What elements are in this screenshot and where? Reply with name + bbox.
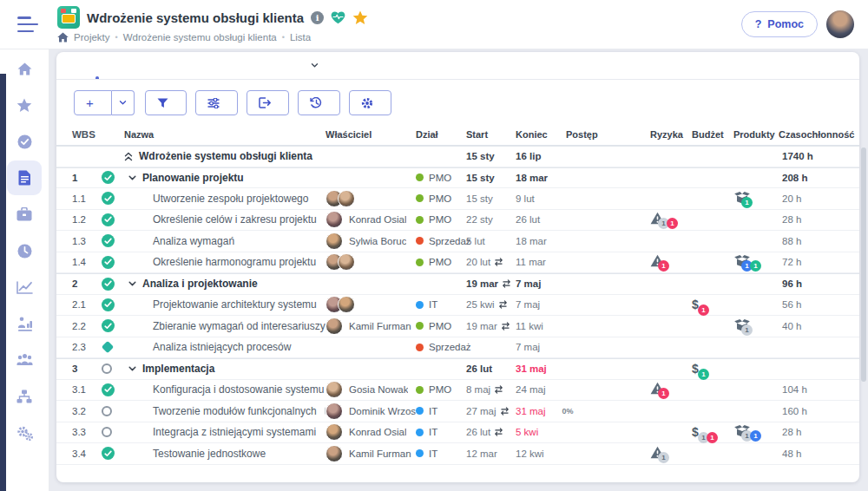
owner-cell[interactable]: Kamil Furman: [326, 445, 416, 462]
budget-indicator[interactable]: $1: [692, 298, 699, 311]
budget-indicator[interactable]: $1: [692, 363, 699, 375]
col-5[interactable]: Postęp: [566, 129, 650, 140]
status-done-icon[interactable]: [102, 192, 115, 205]
table-row[interactable]: 2.1 Projektowanie architektury systemu I…: [56, 295, 859, 317]
filtr-button[interactable]: [145, 90, 187, 115]
department-cell[interactable]: IT: [416, 448, 466, 459]
owner-avatars[interactable]: [326, 296, 355, 313]
status-done-icon[interactable]: [102, 383, 115, 396]
task-name[interactable]: Projektowanie architektury systemu: [153, 298, 317, 311]
table-row[interactable]: Wdrożenie systemu obsługi klienta 15 sty…: [56, 146, 859, 167]
department-cell[interactable]: PMO: [416, 384, 466, 395]
avatar[interactable]: [326, 232, 343, 250]
table-row[interactable]: 1.4 Określenie harmonogramu projektu PMO…: [56, 252, 859, 274]
user-avatar[interactable]: [826, 10, 854, 38]
owner-avatars[interactable]: [326, 318, 343, 335]
status-done-icon[interactable]: [102, 278, 115, 291]
sidebar-item-team[interactable]: [7, 343, 42, 377]
status-done-icon[interactable]: [102, 319, 115, 332]
start-date[interactable]: 26 lut: [466, 363, 516, 374]
table-row[interactable]: 1.2 Określenie celów i zakresu projektu …: [56, 210, 859, 232]
start-date[interactable]: 15 sty: [466, 151, 516, 161]
historia-button[interactable]: [298, 90, 340, 115]
risks-indicator[interactable]: 1: [650, 254, 665, 267]
table-row[interactable]: 3.1 Konfiguracja i dostosowanie systemu2…: [56, 380, 859, 402]
export-button[interactable]: [247, 90, 289, 115]
department-cell[interactable]: Sprzedaż: [416, 236, 466, 246]
department-cell[interactable]: IT: [416, 299, 466, 310]
col-2[interactable]: Dział: [416, 129, 466, 140]
start-date[interactable]: 15 sty: [466, 173, 516, 183]
owner-cell[interactable]: Dominik Wrzos: [326, 403, 416, 420]
avatar[interactable]: [326, 211, 343, 228]
sidebar-item-tasks[interactable]: [7, 124, 42, 159]
tab-przeglądy[interactable]: [240, 52, 260, 79]
start-date[interactable]: 15 sty: [466, 193, 516, 204]
avatar[interactable]: [326, 403, 343, 420]
avatar[interactable]: [338, 253, 355, 271]
owner-avatars[interactable]: [326, 381, 343, 398]
status-done-icon[interactable]: [102, 171, 115, 184]
status-milestone-icon[interactable]: [102, 341, 114, 353]
risks-indicator[interactable]: 11: [650, 212, 665, 225]
owner-avatars[interactable]: [326, 211, 343, 228]
owner-avatars[interactable]: [326, 445, 343, 462]
tab-plan[interactable]: [221, 52, 240, 79]
help-button[interactable]: ?Pomoc: [741, 11, 818, 37]
chevron-down-icon[interactable]: [128, 280, 136, 287]
department-cell[interactable]: PMO: [416, 214, 466, 225]
department-cell[interactable]: PMO: [416, 173, 466, 183]
task-name[interactable]: Analiza istniejących procesów: [153, 341, 291, 353]
sidebar-item-time[interactable]: [7, 233, 42, 268]
tab-harmonogram[interactable]: [88, 52, 107, 79]
sidebar-item-portfolio[interactable]: [7, 197, 42, 232]
table-row[interactable]: 3.4 Testowanie jednostkowe Kamil Furman …: [56, 443, 859, 465]
start-date[interactable]: 19 mar: [466, 321, 516, 331]
table-row[interactable]: 2.3 Analiza istniejących procesów Sprzed…: [56, 337, 859, 359]
risks-indicator[interactable]: 1: [650, 382, 665, 395]
status-done-icon[interactable]: [102, 298, 115, 311]
tab-scoring[interactable]: [202, 52, 221, 79]
task-name[interactable]: Integracja z istniejącymi systemami: [153, 426, 316, 438]
task-name[interactable]: Konfiguracja i dostosowanie systemu: [153, 383, 324, 396]
status-done-icon[interactable]: [102, 447, 115, 460]
budget-indicator[interactable]: $11: [692, 426, 699, 438]
risks-indicator[interactable]: 1: [650, 446, 665, 459]
new-task-dropdown[interactable]: [112, 90, 135, 115]
owner-cell[interactable]: Konrad Osial: [326, 423, 416, 441]
tab-ryzyka[interactable]: [126, 52, 145, 79]
table-row[interactable]: 3.2 Tworzenie modułów funkcjonalnych1 Do…: [56, 401, 859, 422]
sidebar-item-structure[interactable]: [7, 379, 42, 414]
sidebar-item-starred[interactable]: [7, 88, 42, 122]
start-date[interactable]: 27 maj: [466, 406, 516, 416]
owner-cell[interactable]: Sylwia Boruc: [326, 232, 416, 250]
owner-cell[interactable]: Gosia Nowak: [326, 381, 416, 398]
owner-avatars[interactable]: [326, 423, 343, 441]
favorite-star-icon[interactable]: [352, 10, 368, 25]
chevron-down-icon[interactable]: [128, 365, 136, 372]
status-done-icon[interactable]: [102, 256, 115, 269]
department-cell[interactable]: Sprzedaż: [416, 342, 466, 352]
department-cell[interactable]: PMO: [416, 321, 466, 331]
start-date[interactable]: 25 kwi: [466, 299, 516, 310]
owner-avatars[interactable]: [326, 232, 343, 250]
task-name[interactable]: Określenie celów i zakresu projektu: [153, 213, 317, 226]
owner-cell[interactable]: [326, 253, 416, 271]
task-name[interactable]: Planowanie projektu: [142, 172, 244, 184]
col-7[interactable]: Budżet: [692, 129, 733, 140]
tab-czat[interactable]: [279, 52, 298, 79]
avatar[interactable]: [326, 381, 343, 398]
task-name[interactable]: Tworzenie modułów funkcjonalnych: [153, 405, 317, 417]
ustawienia-button[interactable]: [349, 90, 391, 115]
sidebar-item-admin[interactable]: [7, 416, 42, 450]
status-done-icon[interactable]: [102, 213, 115, 226]
new-task-button[interactable]: +: [74, 90, 112, 115]
start-date[interactable]: 22 sty: [466, 214, 516, 225]
department-cell[interactable]: IT: [416, 406, 466, 416]
table-row[interactable]: 1.3 Analiza wymagań Sylwia Boruc Sprzeda…: [56, 231, 859, 252]
status-open-icon[interactable]: [102, 363, 112, 374]
table-row[interactable]: 3.3 Integracja z istniejącymi systemami …: [56, 422, 859, 444]
products-indicator[interactable]: 1: [733, 191, 751, 204]
breadcrumb-link[interactable]: Projekty: [74, 32, 110, 43]
tab-produkty[interactable]: [145, 52, 164, 79]
